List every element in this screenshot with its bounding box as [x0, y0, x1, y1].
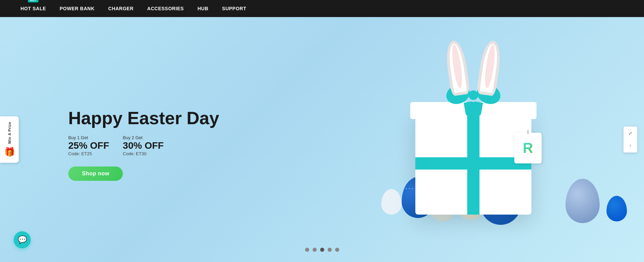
easter-egg-6 — [566, 179, 600, 223]
offer-2: Buy 2 Get 30% OFF Code: ET30 — [123, 135, 164, 156]
gift-box: R — [415, 112, 531, 215]
chat-icon: 💬 — [18, 235, 27, 244]
offer1-discount: 25% OFF — [68, 141, 109, 150]
easter-egg-7 — [606, 196, 627, 221]
easter-egg-1 — [381, 189, 402, 215]
offer2-code: Code: ET30 — [123, 151, 164, 156]
ribbon-horizontal — [415, 157, 531, 170]
shop-now-button[interactable]: Shop now — [68, 166, 123, 181]
slider-dot-4[interactable] — [328, 248, 332, 252]
nav-support[interactable]: SUPPORT — [222, 6, 246, 11]
scroll-up-button[interactable]: ↑ — [626, 141, 635, 150]
nav-power-bank[interactable]: POWER BANK — [60, 6, 95, 11]
hero-offers: Buy 1 Get 25% OFF Code: ET25 Buy 2 Get 3… — [68, 135, 219, 156]
hero-title: Happy Easter Day — [68, 108, 219, 128]
expand-button[interactable]: ⤢ — [626, 129, 635, 138]
chat-button[interactable]: 💬 — [14, 231, 31, 248]
gift-icon: 🎁 — [4, 147, 15, 157]
hot-badge: HOT — [28, 0, 39, 2]
slider-dot-2[interactable] — [313, 248, 317, 252]
hero-banner: Win A Prize 🎁 Happy Easter Day Buy 1 Get… — [0, 17, 644, 262]
offer2-label: Buy 2 Get — [123, 135, 164, 140]
nav-charger[interactable]: CHARGER — [108, 6, 133, 11]
nav-hub[interactable]: HUB — [198, 6, 209, 11]
offer-1: Buy 1 Get 25% OFF Code: ET25 — [68, 135, 109, 156]
gift-tag-letter: R — [523, 140, 533, 156]
slider-dot-5[interactable] — [335, 248, 339, 252]
bunny-ear-left — [444, 40, 470, 96]
slider-dot-3[interactable] — [320, 248, 324, 252]
offer2-discount: 30% OFF — [123, 141, 164, 150]
win-prize-text: Win A Prize — [8, 122, 12, 144]
win-prize-widget[interactable]: Win A Prize 🎁 — [0, 116, 19, 163]
scroll-controls: ⤢ ↑ — [624, 127, 637, 152]
slider-dot-1[interactable] — [305, 248, 309, 252]
slider-dots — [305, 248, 339, 252]
gift-box-wrapper: R — [374, 51, 572, 228]
hero-content: Happy Easter Day Buy 1 Get 25% OFF Code:… — [68, 108, 219, 180]
navbar: HOT HOT SALE POWER BANK CHARGER ACCESSOR… — [0, 0, 644, 17]
nav-hot-sale[interactable]: HOT HOT SALE — [20, 6, 46, 11]
bunny-ear-right — [476, 40, 503, 96]
gift-tag: R — [514, 133, 542, 163]
offer1-label: Buy 1 Get — [68, 135, 109, 140]
hero-image-area: R — [354, 37, 593, 242]
offer1-code: Code: ET25 — [68, 151, 109, 156]
nav-accessories[interactable]: ACCESSORIES — [147, 6, 184, 11]
bunny-ears — [448, 41, 499, 95]
